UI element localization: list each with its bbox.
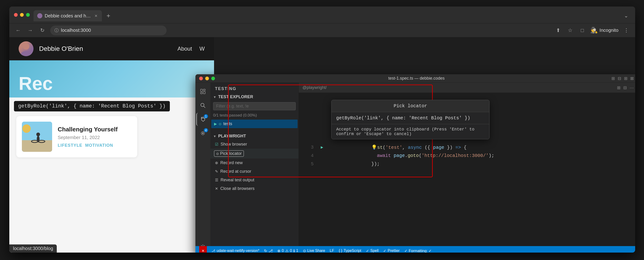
test-explorer-section[interactable]: ▼ TEST EXPLORER xyxy=(210,93,298,101)
run-line-3-button[interactable]: ▶ xyxy=(319,144,325,150)
overlay-hint-text: Accept to copy locator into clipboard (P… xyxy=(332,124,489,139)
lock-icon: ⓘ xyxy=(54,28,59,33)
vscode-window: test-1.spec.ts — debbie.codes ⊞ ⊟ ⊞ ⊠ xyxy=(196,74,635,253)
info-icon: ℹ xyxy=(294,249,295,253)
tab-close-button[interactable]: ✕ xyxy=(94,13,98,18)
statusbar-branch[interactable]: ⎇ udate-wait-netlify-version* xyxy=(212,249,260,253)
record-new-label: Record new xyxy=(220,160,243,165)
run-triangle-icon: ▶ xyxy=(321,145,324,150)
blog-card: Challenging Yourself September 11, 2022 … xyxy=(16,116,137,157)
site-header: Debbie O'Brien About W xyxy=(9,37,214,60)
site-nav-more[interactable]: W xyxy=(200,45,205,52)
blog-tag-lifestyle: LIFESTYLE xyxy=(58,143,82,148)
liveshare-label: Live Share xyxy=(307,249,325,253)
error-count: 0 xyxy=(282,249,284,253)
formatting-check-icon: ✓ xyxy=(404,249,408,253)
activity-debug[interactable]: 4 xyxy=(196,127,210,140)
editor-action-close[interactable]: ⊟ xyxy=(623,85,627,90)
statusbar-spell[interactable]: ✓ Spell xyxy=(366,249,379,253)
blog-tag-motivation: MOTIVATION xyxy=(85,143,113,148)
vscode-traffic-lights xyxy=(199,77,215,80)
vscode-layout-1[interactable]: ⊞ xyxy=(612,76,615,81)
test-item-tests[interactable]: ▶ ⊙ tests xyxy=(211,120,298,128)
close-traffic-light[interactable] xyxy=(14,13,18,17)
record-cursor-icon: ✎ xyxy=(215,169,218,174)
show-browser-checkbox[interactable]: ☑ xyxy=(215,142,218,146)
extension-button[interactable]: □ xyxy=(578,26,586,35)
svg-rect-11 xyxy=(203,92,205,94)
error-icon: ⊗ xyxy=(277,249,280,253)
browser-content: Debbie O'Brien About W Rec getByRole('li… xyxy=(9,37,635,253)
info-count: 1 xyxy=(296,249,298,253)
playwright-record-cursor[interactable]: ✎ Record at cursor xyxy=(210,167,298,176)
playwright-chevron: ▼ xyxy=(213,134,216,138)
overlay-title: Pick locator xyxy=(332,100,489,112)
svg-point-0 xyxy=(23,43,29,50)
statusbar-error-section[interactable]: ✕ xyxy=(199,246,207,253)
active-tab[interactable]: Debbie codes and helps others ✕ xyxy=(34,10,102,21)
avatar xyxy=(18,41,34,56)
website-panel: Debbie O'Brien About W Rec getByRole('li… xyxy=(9,37,214,253)
vscode-maximize-light[interactable] xyxy=(211,77,215,80)
tab-title: Debbie codes and helps others xyxy=(45,13,91,18)
overlay-locator-text: getByRole('link', { name: 'Recent Blog P… xyxy=(332,112,489,124)
editor-action-more[interactable]: ⋯ xyxy=(630,85,634,90)
editor-action-split[interactable]: ⊞ xyxy=(617,85,620,90)
line-number-3: 3 xyxy=(302,145,314,150)
playwright-record-new[interactable]: ⊕ Record new xyxy=(210,158,298,167)
menu-button[interactable]: ⋮ xyxy=(622,26,630,35)
blog-info: Challenging Yourself September 11, 2022 … xyxy=(58,126,132,148)
share-button[interactable]: ⬆ xyxy=(554,26,562,35)
activity-search[interactable] xyxy=(196,99,210,112)
activity-explorer[interactable] xyxy=(196,85,210,98)
back-button[interactable]: ← xyxy=(14,26,22,35)
test-explorer-chevron: ▼ xyxy=(213,95,216,99)
playwright-pick-locator[interactable]: ⊙ Pick locator xyxy=(210,148,298,158)
statusbar-x-icon: ✕ xyxy=(202,249,204,253)
test-filter-input[interactable]: Filter (e.g. text, !e xyxy=(213,102,296,110)
site-nav-about[interactable]: About xyxy=(178,45,192,52)
statusbar-prettier[interactable]: ✓ Prettier xyxy=(383,249,400,253)
browser-window: Debbie codes and helps others ✕ + ⌄ ← → … xyxy=(9,6,635,253)
playwright-label: PLAYWRIGHT xyxy=(218,134,246,138)
pick-locator-bordered[interactable]: ⊙ Pick locator xyxy=(214,150,244,157)
liveshare-icon: ⊙ xyxy=(303,249,306,253)
playwright-close-browsers[interactable]: ✕ Close all browsers xyxy=(210,184,298,193)
vscode-minimize-light[interactable] xyxy=(205,77,209,80)
address-bar[interactable]: ⓘ localhost:3000 xyxy=(50,25,166,35)
forward-button[interactable]: → xyxy=(26,26,34,35)
playwright-header[interactable]: ▼ PLAYWRIGHT xyxy=(210,132,298,140)
reveal-output-icon: ☰ xyxy=(215,178,218,182)
new-tab-button[interactable]: + xyxy=(104,11,113,20)
vscode-layout-3[interactable]: ⊞ xyxy=(624,76,628,81)
statusbar-errors[interactable]: ⊗ 0 ⚠ 0 ℹ 1 xyxy=(277,249,298,253)
playwright-reveal-output[interactable]: ☰ Reveal test output xyxy=(210,176,298,184)
statusbar-typescript[interactable]: { } TypeScript xyxy=(339,249,361,253)
testing-header: TESTING xyxy=(210,83,298,93)
reload-button[interactable]: ↻ xyxy=(38,26,46,35)
prettier-check-icon: ✓ xyxy=(383,249,386,253)
vscode-statusbar: ✕ ⎇ udate-wait-netlify-version* ↻ ⎇ ⊗ 0 … xyxy=(196,246,635,253)
vscode-close-light[interactable] xyxy=(199,77,203,80)
warning-count: 0 xyxy=(290,249,292,253)
vscode-titlebar: test-1.spec.ts — debbie.codes ⊞ ⊟ ⊞ ⊠ xyxy=(196,74,635,83)
branch-name: udate-wait-netlify-version* xyxy=(216,249,260,253)
tab-dropdown-button[interactable]: ⌄ xyxy=(624,13,630,19)
editor-content: Pick locator getByRole('link', { name: '… xyxy=(299,93,635,253)
statusbar-lf[interactable]: LF xyxy=(330,249,334,253)
ts-label: TypeScript xyxy=(344,249,361,253)
vscode-layout-4[interactable]: ⊠ xyxy=(630,76,634,81)
bookmark-button[interactable]: ☆ xyxy=(566,26,574,35)
statusbar-liveshare[interactable]: ⊙ Live Share xyxy=(303,249,325,253)
testing-sidebar: TESTING ▼ TEST EXPLORER Filter (e.g. tex… xyxy=(210,83,299,253)
statusbar-formatting[interactable]: ✓ Formatting: ✓ xyxy=(404,249,432,253)
statusbar-sync[interactable]: ↻ ⎇ xyxy=(264,249,273,253)
minimize-traffic-light[interactable] xyxy=(20,13,24,17)
vscode-layout-2[interactable]: ⊟ xyxy=(618,76,621,81)
playwright-show-browser[interactable]: ☑ Show browser xyxy=(210,140,298,148)
playwright-section: ▼ PLAYWRIGHT ☑ Show browser ⊙ Pick locat… xyxy=(210,132,298,193)
svg-point-4 xyxy=(22,125,31,133)
activity-testing[interactable]: 1 xyxy=(196,113,210,126)
maximize-traffic-light[interactable] xyxy=(26,13,30,17)
ts-icon: { } xyxy=(339,249,342,253)
